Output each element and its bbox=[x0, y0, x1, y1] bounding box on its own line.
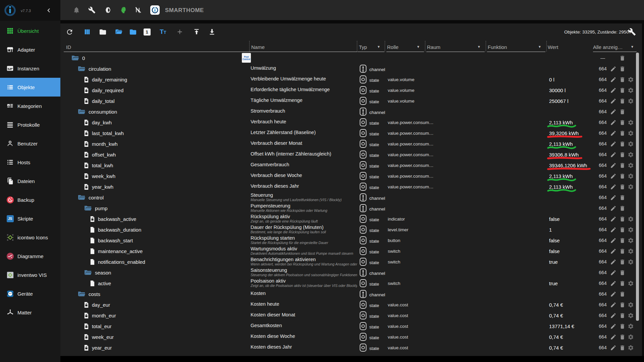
edit-icon[interactable] bbox=[610, 140, 617, 147]
edit-icon[interactable] bbox=[610, 98, 617, 105]
tree-item-week_kwh[interactable]: week_kwh bbox=[84, 171, 115, 181]
value-cell[interactable]: 39346,1206 kWh bbox=[549, 160, 587, 171]
sidebar-item-dateien[interactable]: Dateien bbox=[0, 172, 60, 190]
tree-item-day_kwh[interactable]: day_kwh bbox=[84, 117, 112, 128]
filter-name[interactable]: Name bbox=[251, 42, 357, 52]
tree-item-daily_required[interactable]: daily_required bbox=[84, 85, 123, 96]
columns-settings-icon[interactable] bbox=[628, 28, 636, 36]
settings-gear-icon[interactable] bbox=[627, 344, 634, 351]
expand-level-one-icon[interactable]: 1 bbox=[142, 27, 152, 37]
settings-gear-icon[interactable] bbox=[627, 151, 634, 158]
filter-raum[interactable]: Raum bbox=[426, 42, 485, 52]
delete-icon[interactable] bbox=[619, 151, 626, 158]
settings-gear-icon[interactable] bbox=[627, 323, 634, 330]
edit-icon[interactable] bbox=[610, 269, 617, 276]
edit-icon[interactable] bbox=[610, 65, 617, 72]
typ-caret-icon[interactable]: ▼ bbox=[377, 45, 380, 49]
tree-item-month_kwh[interactable]: month_kwh bbox=[84, 138, 118, 149]
delete-icon[interactable] bbox=[619, 323, 626, 330]
delete-icon[interactable] bbox=[619, 108, 626, 115]
tree-item-last_total_kwh[interactable]: last_total_kwh bbox=[84, 128, 124, 138]
sidebar-item-matter[interactable]: Matter bbox=[0, 303, 60, 322]
settings-gear-icon[interactable] bbox=[627, 226, 634, 233]
sidebar-item--bersicht[interactable]: Übersicht bbox=[0, 21, 60, 40]
tree-item-pump[interactable]: pump bbox=[84, 203, 108, 214]
tree-item-backwash_active[interactable]: backwash_active bbox=[90, 214, 136, 224]
edit-icon[interactable] bbox=[610, 226, 617, 233]
anzeigen-caret-icon[interactable]: ▼ bbox=[631, 45, 634, 49]
delete-icon[interactable] bbox=[619, 248, 626, 255]
settings-gear-icon[interactable] bbox=[627, 301, 634, 308]
tree-item-offset_kwh[interactable]: offset_kwh bbox=[84, 149, 116, 160]
edit-icon[interactable] bbox=[610, 194, 617, 201]
sidebar-item-kategorien[interactable]: Kategorien bbox=[0, 97, 60, 115]
tree-item-total_eur[interactable]: total_eur bbox=[84, 321, 111, 331]
tree-item-consumption[interactable]: consumption bbox=[77, 106, 117, 117]
edit-icon[interactable] bbox=[610, 108, 617, 115]
delete-icon[interactable] bbox=[619, 55, 626, 62]
tree-item-season[interactable]: season bbox=[84, 267, 111, 278]
value-cell[interactable]: 250067 l bbox=[549, 96, 569, 106]
expand-folder-icon[interactable] bbox=[114, 27, 123, 37]
notifications-bell-icon[interactable] bbox=[72, 5, 81, 15]
sidebar-item-objekte[interactable]: Objekte bbox=[0, 78, 60, 97]
delete-icon[interactable] bbox=[619, 98, 626, 105]
edit-icon[interactable] bbox=[610, 344, 617, 351]
expert-mode-icon[interactable] bbox=[119, 5, 128, 15]
delete-icon[interactable] bbox=[619, 301, 626, 308]
edit-icon[interactable] bbox=[610, 119, 617, 126]
settings-gear-icon[interactable] bbox=[627, 119, 634, 126]
value-cell[interactable]: false bbox=[549, 246, 560, 256]
rolle-caret-icon[interactable]: ▼ bbox=[417, 45, 420, 49]
value-cell[interactable]: 13771,14 € bbox=[549, 321, 574, 331]
settings-gear-icon[interactable] bbox=[627, 183, 634, 190]
import-download-icon[interactable] bbox=[207, 27, 217, 37]
edit-icon[interactable] bbox=[610, 76, 617, 83]
sidebar-item-benutzer[interactable]: Benutzer bbox=[0, 134, 60, 153]
edit-icon[interactable] bbox=[610, 205, 617, 212]
value-cell[interactable]: 39,3206 kWh bbox=[549, 128, 579, 138]
tree-item-month_eur[interactable]: month_eur bbox=[84, 310, 116, 321]
value-cell[interactable]: 0,74 € bbox=[549, 331, 563, 342]
sidebar-item-ger-te[interactable]: Geräte bbox=[0, 284, 60, 303]
filter-id[interactable]: ID bbox=[64, 42, 251, 52]
value-cell[interactable]: 2,113 kWh bbox=[549, 138, 573, 149]
edit-icon[interactable] bbox=[610, 248, 617, 255]
delete-icon[interactable] bbox=[619, 130, 626, 137]
sidebar-item-inventwo-vis[interactable]: inventwo VIS bbox=[0, 265, 60, 284]
tree-item-control[interactable]: control bbox=[77, 192, 104, 203]
delete-icon[interactable] bbox=[619, 344, 626, 351]
tree-item-total_kwh[interactable]: total_kwh bbox=[84, 160, 113, 171]
value-cell[interactable]: 39306,8 kWh bbox=[549, 149, 579, 160]
events-off-icon[interactable] bbox=[133, 5, 143, 15]
collapse-folder-icon[interactable] bbox=[98, 27, 107, 37]
edit-icon[interactable] bbox=[610, 151, 617, 158]
delete-icon[interactable] bbox=[619, 194, 626, 201]
edit-icon[interactable] bbox=[610, 130, 617, 137]
delete-icon[interactable] bbox=[619, 183, 626, 190]
tree-item-day_eur[interactable]: day_eur bbox=[84, 299, 110, 310]
sidebar-item-backup[interactable]: Backup bbox=[0, 190, 60, 209]
delete-icon[interactable] bbox=[619, 119, 626, 126]
edit-icon[interactable] bbox=[610, 87, 617, 94]
value-cell[interactable]: 30000 l bbox=[549, 85, 566, 96]
tree-item-backwash_duration[interactable]: backwash_duration bbox=[90, 224, 141, 235]
settings-gear-icon[interactable] bbox=[627, 280, 634, 287]
tree-item-notifications_enabled[interactable]: notifications_enabled bbox=[90, 256, 145, 267]
settings-gear-icon[interactable] bbox=[627, 140, 634, 147]
sidebar-item-diagramme[interactable]: Diagramme bbox=[0, 247, 60, 265]
settings-gear-icon[interactable] bbox=[627, 334, 634, 341]
tree-item-costs[interactable]: costs bbox=[77, 289, 100, 299]
delete-icon[interactable] bbox=[619, 162, 626, 169]
value-cell[interactable]: 0,74 € bbox=[549, 310, 563, 321]
edit-icon[interactable] bbox=[610, 301, 617, 308]
refresh-icon[interactable] bbox=[65, 27, 74, 37]
edit-icon[interactable] bbox=[610, 323, 617, 330]
collapse-drawer-button[interactable] bbox=[45, 6, 53, 14]
tree-item-0[interactable]: 0 bbox=[71, 53, 85, 63]
folder-depth-icon[interactable] bbox=[128, 27, 138, 37]
value-cell[interactable]: 2,113 kWh bbox=[549, 181, 573, 192]
delete-icon[interactable] bbox=[619, 76, 626, 83]
wrench-icon[interactable] bbox=[87, 5, 97, 15]
value-display-select[interactable]: Alle anzeig… bbox=[593, 42, 637, 52]
